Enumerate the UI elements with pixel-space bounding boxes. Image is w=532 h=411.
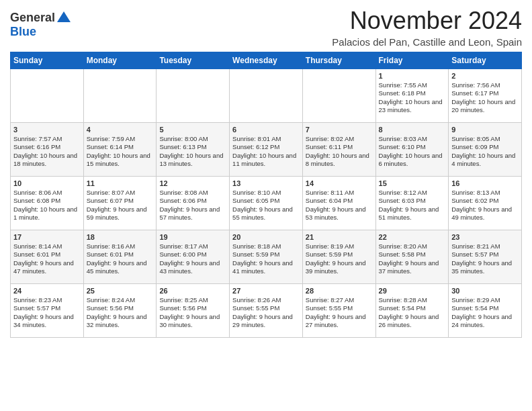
day-info: Sunset: 5:55 PM — [306, 304, 373, 312]
calendar-cell: 28Sunrise: 8:27 AMSunset: 5:55 PMDayligh… — [302, 284, 375, 338]
day-info: Sunrise: 8:08 AM — [159, 189, 226, 197]
day-info: Daylight: 9 hours and 27 minutes. — [306, 313, 373, 330]
day-info: Sunset: 5:59 PM — [232, 250, 300, 259]
day-info: Daylight: 9 hours and 35 minutes. — [451, 259, 519, 276]
day-info: Daylight: 10 hours and 6 minutes. — [379, 152, 446, 169]
calendar-cell: 18Sunrise: 8:16 AMSunset: 6:01 PMDayligh… — [83, 230, 157, 284]
day-info: Sunrise: 8:06 AM — [13, 189, 81, 197]
day-info: Sunrise: 8:01 AM — [232, 135, 300, 143]
day-number: 13 — [232, 179, 300, 187]
day-info: Sunset: 5:56 PM — [159, 304, 226, 312]
calendar-table: SundayMondayTuesdayWednesdayThursdayFrid… — [10, 52, 522, 338]
day-info: Sunset: 5:54 PM — [451, 304, 519, 312]
day-info: Sunrise: 8:12 AM — [379, 189, 446, 197]
day-info: Daylight: 9 hours and 39 minutes. — [306, 259, 373, 276]
day-info: Sunset: 6:18 PM — [379, 89, 446, 97]
calendar-cell: 11Sunrise: 8:07 AMSunset: 6:07 PMDayligh… — [83, 177, 157, 230]
calendar-cell: 30Sunrise: 8:29 AMSunset: 5:54 PMDayligh… — [449, 284, 522, 338]
day-number: 3 — [13, 126, 81, 134]
calendar-cell: 22Sunrise: 8:20 AMSunset: 5:58 PMDayligh… — [375, 230, 449, 284]
calendar-cell: 19Sunrise: 8:17 AMSunset: 6:00 PMDayligh… — [157, 230, 230, 284]
day-number: 23 — [451, 233, 519, 241]
calendar-week-1: 1Sunrise: 7:55 AMSunset: 6:18 PMDaylight… — [11, 69, 522, 123]
day-number: 19 — [159, 233, 226, 241]
day-info: Daylight: 9 hours and 45 minutes. — [87, 259, 154, 276]
day-number: 11 — [87, 179, 154, 187]
day-number: 6 — [232, 126, 300, 134]
day-number: 9 — [451, 126, 519, 134]
day-number: 2 — [451, 72, 519, 80]
day-info: Daylight: 9 hours and 41 minutes. — [232, 259, 300, 276]
day-number: 12 — [159, 179, 226, 187]
day-number: 7 — [306, 126, 373, 134]
day-info: Sunset: 6:14 PM — [87, 143, 154, 151]
day-info: Sunset: 6:06 PM — [159, 197, 226, 205]
day-number: 18 — [87, 233, 154, 241]
weekday-header-tuesday: Tuesday — [157, 52, 230, 69]
day-number: 22 — [379, 233, 446, 241]
day-info: Sunset: 6:03 PM — [379, 197, 446, 205]
day-info: Daylight: 10 hours and 4 minutes. — [451, 152, 519, 169]
weekday-header-thursday: Thursday — [302, 52, 375, 69]
day-info: Daylight: 9 hours and 24 minutes. — [451, 313, 519, 330]
day-info: Sunrise: 7:59 AM — [87, 135, 154, 143]
day-info: Daylight: 10 hours and 18 minutes. — [13, 152, 81, 169]
day-info: Sunrise: 8:16 AM — [87, 242, 154, 250]
weekday-header-monday: Monday — [83, 52, 157, 69]
day-info: Sunrise: 8:18 AM — [232, 242, 300, 250]
day-number: 29 — [379, 287, 446, 295]
calendar-cell: 12Sunrise: 8:08 AMSunset: 6:06 PMDayligh… — [157, 177, 230, 230]
logo-blue-text: Blue — [10, 25, 36, 39]
calendar-cell — [302, 69, 375, 123]
location-text: Palacios del Pan, Castille and Leon, Spa… — [332, 36, 522, 48]
day-info: Sunrise: 8:28 AM — [379, 296, 446, 304]
day-number: 26 — [159, 287, 226, 295]
calendar-cell: 14Sunrise: 8:11 AMSunset: 6:04 PMDayligh… — [302, 177, 375, 230]
calendar-cell: 6Sunrise: 8:01 AMSunset: 6:12 PMDaylight… — [230, 123, 303, 177]
day-info: Sunset: 6:11 PM — [306, 143, 373, 151]
weekday-header-sunday: Sunday — [11, 52, 84, 69]
day-info: Sunset: 5:57 PM — [451, 250, 519, 259]
day-info: Sunset: 6:17 PM — [451, 89, 519, 97]
day-info: Sunset: 6:10 PM — [379, 143, 446, 151]
day-info: Daylight: 9 hours and 51 minutes. — [379, 205, 446, 222]
calendar-cell: 13Sunrise: 8:10 AMSunset: 6:05 PMDayligh… — [230, 177, 303, 230]
day-info: Daylight: 10 hours and 11 minutes. — [232, 152, 300, 169]
day-info: Sunrise: 8:25 AM — [159, 296, 226, 304]
day-info: Sunset: 6:02 PM — [451, 197, 519, 205]
day-number: 10 — [13, 179, 81, 187]
calendar-cell: 16Sunrise: 8:13 AMSunset: 6:02 PMDayligh… — [449, 177, 522, 230]
calendar-cell: 8Sunrise: 8:03 AMSunset: 6:10 PMDaylight… — [375, 123, 449, 177]
day-number: 20 — [232, 233, 300, 241]
day-number: 24 — [13, 287, 81, 295]
calendar-cell: 9Sunrise: 8:05 AMSunset: 6:09 PMDaylight… — [449, 123, 522, 177]
day-info: Sunrise: 8:29 AM — [451, 296, 519, 304]
calendar-cell: 27Sunrise: 8:26 AMSunset: 5:55 PMDayligh… — [230, 284, 303, 338]
calendar-cell: 29Sunrise: 8:28 AMSunset: 5:54 PMDayligh… — [375, 284, 449, 338]
weekday-header-friday: Friday — [375, 52, 449, 69]
day-number: 28 — [306, 287, 373, 295]
calendar-cell: 5Sunrise: 8:00 AMSunset: 6:13 PMDaylight… — [157, 123, 230, 177]
day-number: 27 — [232, 287, 300, 295]
logo-triangle-icon — [57, 11, 71, 22]
day-info: Daylight: 10 hours and 23 minutes. — [379, 98, 446, 115]
day-info: Sunrise: 8:20 AM — [379, 242, 446, 250]
day-info: Sunrise: 8:02 AM — [306, 135, 373, 143]
day-info: Daylight: 9 hours and 29 minutes. — [232, 313, 300, 330]
day-info: Sunset: 6:01 PM — [13, 250, 81, 259]
day-number: 25 — [87, 287, 154, 295]
day-info: Daylight: 10 hours and 8 minutes. — [306, 152, 373, 169]
calendar-week-4: 17Sunrise: 8:14 AMSunset: 6:01 PMDayligh… — [11, 230, 522, 284]
calendar-cell: 17Sunrise: 8:14 AMSunset: 6:01 PMDayligh… — [11, 230, 84, 284]
month-title: November 2024 — [332, 7, 522, 35]
logo: General Blue — [10, 11, 71, 39]
title-section: November 2024 Palacios del Pan, Castille… — [332, 7, 522, 48]
calendar-cell: 7Sunrise: 8:02 AMSunset: 6:11 PMDaylight… — [302, 123, 375, 177]
calendar-cell: 2Sunrise: 7:56 AMSunset: 6:17 PMDaylight… — [449, 69, 522, 123]
day-info: Sunset: 5:54 PM — [379, 304, 446, 312]
calendar-cell: 20Sunrise: 8:18 AMSunset: 5:59 PMDayligh… — [230, 230, 303, 284]
day-info: Daylight: 10 hours and 20 minutes. — [451, 98, 519, 115]
day-info: Daylight: 10 hours and 13 minutes. — [159, 152, 226, 169]
day-info: Sunrise: 7:57 AM — [13, 135, 81, 143]
day-info: Daylight: 9 hours and 59 minutes. — [87, 205, 154, 222]
